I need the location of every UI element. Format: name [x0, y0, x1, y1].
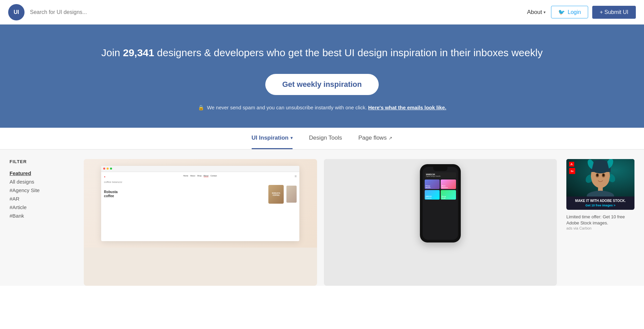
note-text: We never send spam and you can unsubscri… [207, 105, 367, 110]
tab-design-tools-label: Design Tools [309, 135, 342, 141]
adobe-logo: A [569, 162, 574, 167]
hero-headline: Join 29,341 designers & developers who g… [7, 45, 637, 60]
tab-ui-inspiration-label: UI Inspiration [252, 135, 289, 141]
ad-offer: Get 10 free images > [568, 203, 632, 208]
tab-ui-inspiration[interactable]: UI Inspiration ▾ [252, 128, 293, 149]
lock-icon: 🔒 [198, 105, 204, 110]
tab-design-tools[interactable]: Design Tools [309, 128, 342, 149]
hero-post-text: designers & developers who get the best … [157, 47, 543, 58]
content-area: FILTER Featured All designs #Agency Site… [0, 150, 644, 286]
ad-limited-text: Limited time offer: Get 10 free Adobe St… [566, 214, 634, 226]
ad-image: A Sc [566, 159, 634, 197]
coffee-card[interactable]: ● HomeAboutShopBlendContact ☰ coffee bea… [84, 159, 317, 286]
header: UI About ▾ 🐦 Login + Submit UI [0, 0, 644, 25]
logo[interactable]: UI [8, 4, 25, 20]
twitter-icon: 🐦 [558, 9, 565, 15]
email-example-link[interactable]: Here's what the emails look like. [368, 105, 446, 110]
designs-grid: ● HomeAboutShopBlendContact ☰ coffee bea… [84, 159, 557, 286]
login-button[interactable]: 🐦 Login [551, 6, 588, 18]
tabs-navigation: UI Inspiration ▾ Design Tools Page flows… [0, 128, 644, 150]
external-link-icon: ↗ [389, 136, 392, 141]
filter-sidebar: FILTER Featured All designs #Agency Site… [10, 159, 74, 286]
chevron-down-icon: ▾ [290, 136, 293, 140]
tab-page-flows[interactable]: Page flows ↗ [358, 128, 392, 149]
filter-all-designs[interactable]: All designs [10, 177, 74, 186]
svg-rect-2 [590, 165, 611, 172]
hero-section: Join 29,341 designers & developers who g… [0, 25, 644, 128]
filter-bank[interactable]: #Bank [10, 212, 74, 220]
adobe-ad-card[interactable]: A Sc [566, 159, 634, 210]
adobe-sc-logo: Sc [569, 168, 575, 174]
login-label: Login [568, 9, 581, 15]
user-count: 29,341 [123, 47, 154, 58]
filter-article[interactable]: #Article [10, 203, 74, 212]
submit-label: + Submit UI [600, 9, 628, 15]
filter-heading: FILTER [10, 159, 74, 164]
email-example-label: Here's what the emails look like. [368, 105, 446, 110]
cta-label: Get weekly inspiration [282, 80, 362, 89]
about-link[interactable]: About ▾ [527, 9, 545, 16]
ad-title: MAKE IT WITH ADOBE STOCK. [568, 199, 632, 203]
search-input[interactable] [30, 9, 125, 15]
svg-point-8 [587, 191, 614, 197]
ad-via-text: ads via Carbon [566, 226, 634, 230]
svg-point-5 [596, 174, 598, 176]
submit-button[interactable]: + Submit UI [592, 6, 636, 19]
svg-point-6 [602, 174, 604, 176]
hero-note: 🔒 We never send spam and you can unsubsc… [7, 105, 637, 111]
filter-featured[interactable]: Featured [10, 169, 74, 177]
wwdc-card[interactable]: WWDC20 Apple Design Awards DesignAwards … [324, 159, 557, 286]
get-inspiration-button[interactable]: Get weekly inspiration [265, 74, 379, 95]
ad-text: MAKE IT WITH ADOBE STOCK. Get 10 free im… [566, 197, 634, 210]
ad-sidebar: A Sc [566, 159, 634, 286]
filter-agency-site[interactable]: #Agency Site [10, 186, 74, 194]
tab-page-flows-label: Page flows [358, 135, 387, 141]
filter-ar[interactable]: #AR [10, 194, 74, 203]
chevron-down-icon: ▾ [544, 10, 546, 15]
about-label: About [527, 9, 542, 16]
